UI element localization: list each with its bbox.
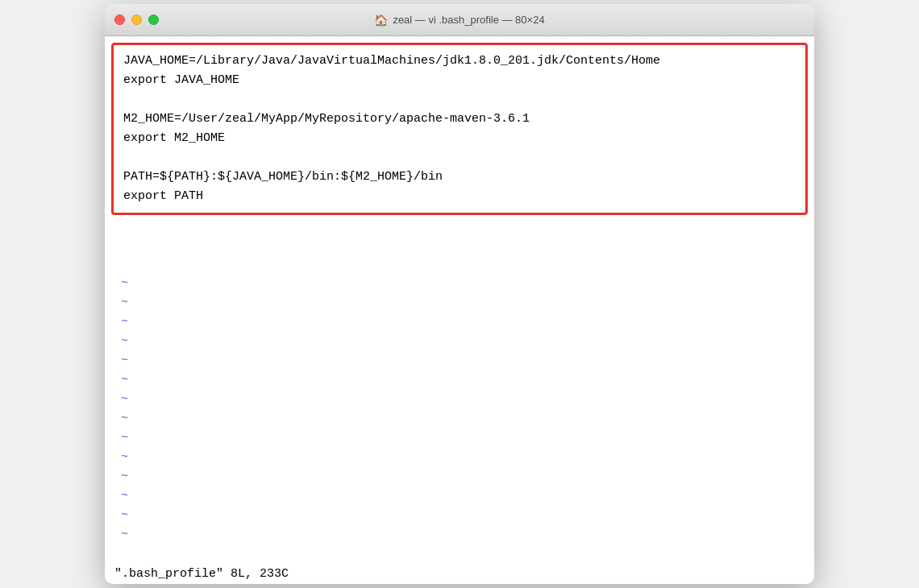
tilde-13: ~ xyxy=(121,506,128,525)
status-bar: ".bash_profile" 8L, 233C xyxy=(105,564,814,584)
tilde-5: ~ xyxy=(121,351,128,371)
tilde-7: ~ xyxy=(121,390,128,409)
tilde-3: ~ xyxy=(121,313,128,332)
tilde-11: ~ xyxy=(121,467,128,487)
tilde-12: ~ xyxy=(121,487,128,506)
code-line-4: M2_HOME=/User/zeal/MyApp/MyRepository/ap… xyxy=(123,112,530,126)
editor-area[interactable]: JAVA_HOME=/Library/Java/JavaVirtualMachi… xyxy=(105,36,814,564)
code-line-5: export M2_HOME xyxy=(123,131,225,145)
tilde-6: ~ xyxy=(121,371,128,390)
home-icon: 🏠 xyxy=(374,14,388,27)
tilde-10: ~ xyxy=(121,448,128,467)
code-line-1: JAVA_HOME=/Library/Java/JavaVirtualMachi… xyxy=(123,54,660,68)
tilde-4: ~ xyxy=(121,332,128,351)
title-text: zeal — vi .bash_profile — 80×24 xyxy=(393,14,544,26)
tilde-2: ~ xyxy=(121,293,128,313)
window-title: 🏠 zeal — vi .bash_profile — 80×24 xyxy=(374,14,544,27)
titlebar: 🏠 zeal — vi .bash_profile — 80×24 xyxy=(105,4,814,36)
traffic-lights xyxy=(114,14,159,25)
code-block[interactable]: JAVA_HOME=/Library/Java/JavaVirtualMachi… xyxy=(114,45,805,213)
minimize-button[interactable] xyxy=(131,14,142,25)
code-line-7: PATH=${PATH}:${JAVA_HOME}/bin:${M2_HOME}… xyxy=(123,170,443,184)
tilde-8: ~ xyxy=(121,409,128,429)
maximize-button[interactable] xyxy=(148,14,159,25)
code-line-3 xyxy=(123,93,131,106)
code-line-2: export JAVA_HOME xyxy=(123,73,239,87)
tilde-1: ~ xyxy=(121,274,128,293)
close-button[interactable] xyxy=(114,14,125,25)
highlighted-section: JAVA_HOME=/Library/Java/JavaVirtualMachi… xyxy=(111,43,808,215)
tilde-14: ~ xyxy=(121,525,128,545)
tilde-section: ~ ~ ~ ~ ~ ~ ~ ~ ~ ~ ~ ~ ~ ~ xyxy=(111,274,138,545)
code-line-6 xyxy=(123,151,131,164)
terminal-window: 🏠 zeal — vi .bash_profile — 80×24 JAVA_H… xyxy=(105,4,814,584)
code-line-8: export PATH xyxy=(123,189,203,203)
status-text: ".bash_profile" 8L, 233C xyxy=(114,567,289,581)
tilde-9: ~ xyxy=(121,429,128,448)
